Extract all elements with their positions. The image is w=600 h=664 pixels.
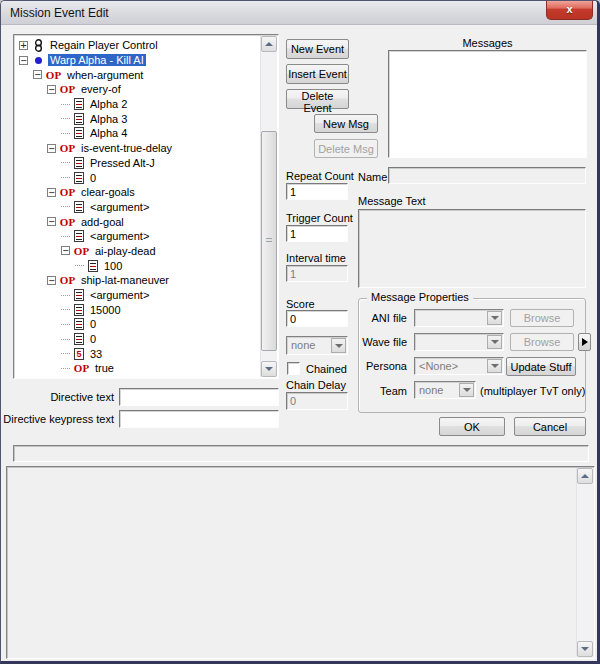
tree-connector (61, 324, 70, 325)
repeat-count-field[interactable] (286, 183, 348, 200)
repeat-count-label: Repeat Count (286, 170, 354, 182)
tree-item-ai-play-dead[interactable]: −OPai-play-dead (15, 244, 260, 259)
tree-item-label: every-of (79, 83, 123, 95)
collapse-icon[interactable]: − (47, 144, 56, 153)
cancel-button[interactable]: Cancel (514, 417, 586, 436)
directive-text-field[interactable] (119, 388, 279, 406)
tree-connector (61, 295, 70, 296)
tree-item-is-event-true-delay[interactable]: −OPis-event-true-delay (15, 141, 260, 156)
tree-item-argument[interactable]: <argument> (15, 229, 260, 244)
tree-item-label: is-event-true-delay (79, 142, 174, 154)
tree-item-every-of[interactable]: −OPevery-of (15, 82, 260, 97)
tree-item-label: Regain Player Control (48, 39, 160, 51)
data-icon (74, 304, 84, 316)
tree-item-argument[interactable]: <argument> (15, 288, 260, 303)
tree-item-alpha-4[interactable]: Alpha 4 (15, 126, 260, 141)
event-tree-rows: +Regain Player Control−Warp Alpha - Kill… (15, 38, 260, 377)
tree-item-0[interactable]: 0 (15, 317, 260, 332)
expand-icon[interactable]: + (19, 41, 28, 50)
tree-item-label: Alpha 4 (88, 127, 129, 139)
team-note: (multiplayer TvT only) (480, 385, 585, 397)
tree-item-clear-goals[interactable]: −OPclear-goals (15, 185, 260, 200)
tree-item-warp-alpha-kill-ai[interactable]: −Warp Alpha - Kill AI (15, 53, 260, 68)
messages-listbox[interactable] (388, 50, 587, 158)
tree-item-label: ship-lat-maneuver (79, 274, 171, 286)
play-wave-button[interactable] (578, 333, 591, 351)
collapse-icon[interactable]: − (47, 217, 56, 226)
directive-keypress-text-label: Directive keypress text (1, 413, 114, 425)
message-text-label: Message Text (358, 195, 426, 207)
tree-item-33[interactable]: 533 (15, 346, 260, 361)
collapse-icon[interactable]: − (61, 246, 70, 255)
title-bar[interactable]: Mission Event Edit x (1, 1, 597, 25)
scroll-down-button[interactable] (261, 361, 277, 377)
help-panel-scrollbar[interactable] (576, 468, 593, 657)
messages-label: Messages (388, 37, 587, 49)
tree-item-label: <argument> (88, 289, 151, 301)
tree-item-ship-lat-maneuver[interactable]: −OPship-lat-maneuver (15, 273, 260, 288)
arrow-down-icon (265, 367, 273, 371)
data-icon (74, 113, 84, 125)
collapse-icon[interactable]: − (47, 188, 56, 197)
tree-item-label: Warp Alpha - Kill AI (48, 54, 146, 66)
close-button[interactable]: x (546, 1, 593, 20)
tree-item-alpha-3[interactable]: Alpha 3 (15, 111, 260, 126)
chained-label: Chained (306, 363, 347, 375)
tree-item-label: 15000 (88, 304, 123, 316)
scroll-up-button[interactable] (577, 468, 593, 484)
tree-item-label: add-goal (79, 216, 126, 228)
wave-file-dropdown (414, 333, 504, 351)
tree-item-0[interactable]: 0 (15, 332, 260, 347)
scroll-up-button[interactable] (261, 36, 277, 52)
chained-checkbox[interactable] (287, 362, 300, 375)
update-stuff-button[interactable]: Update Stuff (506, 357, 576, 376)
dropdown-arrow (487, 311, 502, 325)
ok-button[interactable]: OK (439, 417, 505, 436)
tree-scrollbar[interactable] (260, 36, 277, 377)
trigger-count-field[interactable] (286, 225, 348, 242)
collapse-icon[interactable]: − (33, 70, 42, 79)
data-icon (74, 201, 84, 213)
data-icon (74, 127, 84, 139)
arrow-up-icon (581, 474, 589, 478)
tree-item-0[interactable]: 0 (15, 170, 260, 185)
ani-file-label: ANI file (361, 312, 407, 324)
event-tree[interactable]: +Regain Player Control−Warp Alpha - Kill… (13, 34, 279, 379)
tree-item-100[interactable]: 100 (15, 258, 260, 273)
data-icon (74, 157, 84, 169)
tree-connector (61, 309, 70, 310)
op-icon: OP (60, 83, 75, 95)
team-value: none (419, 384, 457, 396)
collapse-icon[interactable]: − (19, 56, 28, 65)
scroll-down-button[interactable] (577, 641, 593, 657)
tree-item-argument[interactable]: <argument> (15, 200, 260, 215)
collapse-icon[interactable]: − (47, 276, 56, 285)
tree-item-when-argument[interactable]: −OPwhen-argument (15, 67, 260, 82)
tree-connector (75, 265, 84, 266)
tree-item-label: Pressed Alt-J (88, 157, 157, 169)
directive-keypress-text-field[interactable] (119, 410, 279, 428)
tree-item-true[interactable]: OPtrue (15, 361, 260, 376)
delete-event-button[interactable]: Delete Event (286, 89, 349, 109)
tree-connector (61, 118, 70, 119)
tree-item-label: when-argument (65, 69, 145, 81)
arrow-up-icon (265, 42, 273, 46)
tree-item-15000[interactable]: 15000 (15, 302, 260, 317)
event-type-dropdown: none (286, 336, 348, 355)
tree-item-pressed-alt-j[interactable]: Pressed Alt-J (15, 156, 260, 171)
ani-file-dropdown (414, 309, 504, 327)
data-icon (74, 172, 84, 184)
collapse-icon[interactable]: − (47, 85, 56, 94)
tree-item-alpha-2[interactable]: Alpha 2 (15, 97, 260, 112)
tree-item-regain-player-control[interactable]: +Regain Player Control (15, 38, 260, 53)
score-field[interactable] (286, 310, 348, 327)
new-msg-button[interactable]: New Msg (314, 114, 378, 133)
tree-connector (61, 162, 70, 163)
scrollbar-thumb[interactable] (261, 131, 277, 351)
number-icon: 5 (74, 348, 84, 360)
tree-item-label: true (93, 362, 116, 374)
insert-event-button[interactable]: Insert Event (286, 64, 349, 84)
close-icon: x (566, 3, 572, 15)
new-event-button[interactable]: New Event (286, 39, 349, 59)
tree-item-add-goal[interactable]: −OPadd-goal (15, 214, 260, 229)
